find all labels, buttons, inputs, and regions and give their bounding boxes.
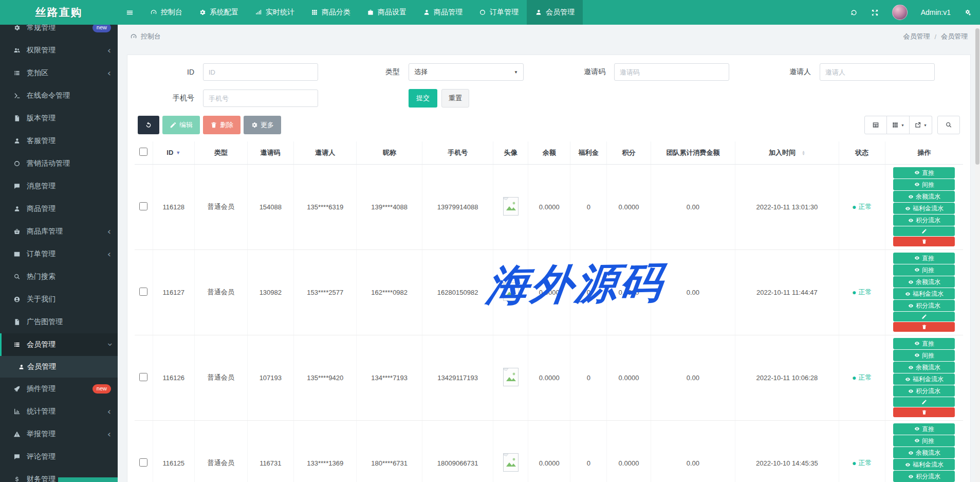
cell-avatar <box>493 335 528 420</box>
welfare-flow-button[interactable]: 福利金流水 <box>893 459 955 470</box>
inviter-filter-input[interactable] <box>820 63 935 81</box>
col-header-time[interactable]: 加入时间▲▼ <box>735 141 839 164</box>
search-toggle-button[interactable] <box>937 116 960 134</box>
settings-gears-icon[interactable] <box>964 9 972 16</box>
sidebar-subitem-member-mgmt[interactable]: 会员管理 <box>0 356 118 378</box>
scrollbar-thumb[interactable] <box>975 28 979 165</box>
columns-button[interactable]: ▼ <box>887 116 910 134</box>
sidebar-item-customer-service-mgmt[interactable]: 客服管理 <box>0 130 118 152</box>
sidebar-item-statistics-mgmt[interactable]: 统计管理‹ <box>0 400 118 423</box>
delete-row-button[interactable] <box>893 237 955 246</box>
nav-item-system-config[interactable]: 系统配置 <box>191 0 247 25</box>
nav-item-order-mgmt[interactable]: 订单管理 <box>471 0 527 25</box>
direct-referral-button[interactable]: 直推 <box>893 423 955 435</box>
direct-referral-button[interactable]: 直推 <box>893 338 955 349</box>
sidebar-item-general-mgmt[interactable]: 常规管理new <box>0 25 118 39</box>
indirect-referral-button[interactable]: 间推 <box>893 350 955 361</box>
nav-item-product-settings[interactable]: 商品设置 <box>359 0 415 25</box>
cell-status: ●正常 <box>839 249 885 335</box>
eye-icon <box>908 388 914 394</box>
id-filter-input[interactable] <box>203 63 318 81</box>
row-checkbox[interactable] <box>139 373 147 381</box>
row-checkbox[interactable] <box>139 288 147 296</box>
avatar[interactable] <box>892 5 908 20</box>
sidebar-item-online-command-mgmt[interactable]: 在线命令管理 <box>0 84 118 107</box>
nav-item-realtime-stats[interactable]: 实时统计 <box>247 0 303 25</box>
direct-referral-button[interactable]: 直推 <box>893 253 955 264</box>
indirect-referral-button[interactable]: 间推 <box>893 264 955 276</box>
sidebar-item-product-mgmt[interactable]: 商品管理 <box>0 198 118 220</box>
welfare-flow-button[interactable]: 福利金流水 <box>893 288 955 299</box>
phone-filter-input[interactable] <box>203 90 318 107</box>
caret-down-icon: ▼ <box>901 123 904 127</box>
user-icon <box>15 364 27 370</box>
balance-flow-button[interactable]: 余额流水 <box>893 191 955 202</box>
row-checkbox[interactable] <box>139 458 147 467</box>
sidebar-item-auction-zone[interactable]: 竞拍区‹ <box>0 62 118 84</box>
edit-row-button[interactable] <box>893 312 955 322</box>
sidebar-item-ad-image-mgmt[interactable]: 广告图管理 <box>0 311 118 333</box>
nav-item-member-mgmt[interactable]: 会员管理 <box>527 0 583 25</box>
sidebar-item-plugin-mgmt[interactable]: 插件管理new <box>0 378 118 400</box>
sidebar-item-member-mgmt[interactable]: 会员管理‹ <box>0 333 118 356</box>
delete-row-button[interactable] <box>893 322 955 332</box>
cell-inviter: 135****9420 <box>293 335 357 420</box>
type-filter-select[interactable]: 选择 ▼ <box>409 63 524 81</box>
sidebar-item-comment-mgmt[interactable]: 评论管理 <box>0 445 118 468</box>
indirect-referral-button[interactable]: 间推 <box>893 435 955 447</box>
welfare-flow-button[interactable]: 福利金流水 <box>893 373 955 385</box>
sidebar-item-permission-mgmt[interactable]: 权限管理‹ <box>0 39 118 62</box>
admin-username[interactable]: Admin:v1 <box>921 8 951 16</box>
nav-item-product-mgmt[interactable]: 商品管理 <box>415 0 471 25</box>
sidebar-item-product-library-mgmt[interactable]: 商品库管理‹ <box>0 220 118 243</box>
points-flow-button[interactable]: 积分流水 <box>893 300 955 311</box>
edit-row-button[interactable] <box>893 397 955 407</box>
toggle-view-button[interactable] <box>864 116 887 134</box>
indirect-referral-button[interactable]: 间推 <box>893 179 955 190</box>
points-flow-button[interactable]: 积分流水 <box>893 471 955 482</box>
breadcrumb-section[interactable]: 控制台 <box>141 32 161 41</box>
sidebar-item-version-mgmt[interactable]: 版本管理 <box>0 107 118 130</box>
welfare-flow-button[interactable]: 福利金流水 <box>893 203 955 214</box>
points-flow-button[interactable]: 积分流水 <box>893 215 955 226</box>
clear-cache-icon[interactable] <box>850 9 858 16</box>
refresh-button[interactable] <box>138 116 159 134</box>
more-button[interactable]: 更多 <box>244 116 281 134</box>
edit-button[interactable]: 编辑 <box>162 116 200 134</box>
user-circle-icon <box>10 296 24 303</box>
delete-button[interactable]: 删除 <box>203 116 241 134</box>
points-flow-button[interactable]: 积分流水 <box>893 385 955 397</box>
row-checkbox[interactable] <box>139 202 147 210</box>
submit-button[interactable]: 提交 <box>409 89 437 108</box>
export-button[interactable]: ▼ <box>910 116 932 134</box>
list-alt-icon <box>10 251 24 258</box>
sidebar-toggle-button[interactable] <box>118 0 142 25</box>
balance-flow-button[interactable]: 余额流水 <box>893 447 955 458</box>
invite-code-filter-input[interactable] <box>614 63 729 81</box>
breadcrumb-parent[interactable]: 会员管理 <box>903 32 930 41</box>
rocket-icon <box>10 385 24 392</box>
page-scrollbar[interactable] <box>975 25 980 482</box>
direct-referral-button[interactable]: 直推 <box>893 167 955 178</box>
nav-item-console[interactable]: 控制台 <box>142 0 191 25</box>
balance-flow-button[interactable]: 余额流水 <box>893 362 955 373</box>
sidebar-item-about-us[interactable]: 关于我们 <box>0 288 118 311</box>
sidebar-item-order-mgmt[interactable]: 订单管理‹ <box>0 243 118 265</box>
balance-flow-button[interactable]: 余额流水 <box>893 276 955 288</box>
select-all-checkbox[interactable] <box>139 148 147 156</box>
cell-check <box>135 335 153 420</box>
cell-nickname: 180****6731 <box>357 420 422 482</box>
sidebar-item-report-mgmt[interactable]: 举报管理‹ <box>0 423 118 445</box>
caret-down-icon: ▼ <box>923 123 927 127</box>
delete-row-button[interactable] <box>893 407 955 417</box>
col-header-id[interactable]: ID▼ <box>153 141 194 164</box>
edit-row-button[interactable] <box>893 226 955 236</box>
reset-button[interactable]: 重置 <box>441 89 469 108</box>
cell-points: 0.0000 <box>607 164 651 249</box>
sidebar-item-marketing-activity-mgmt[interactable]: 营销活动管理 <box>0 152 118 175</box>
fullscreen-icon[interactable] <box>871 9 879 16</box>
sidebar-item-hot-search[interactable]: 热门搜索 <box>0 265 118 288</box>
nav-item-product-category[interactable]: 商品分类 <box>303 0 359 25</box>
breadcrumb-current[interactable]: 会员管理 <box>941 32 968 41</box>
sidebar-item-message-mgmt[interactable]: 消息管理 <box>0 175 118 198</box>
